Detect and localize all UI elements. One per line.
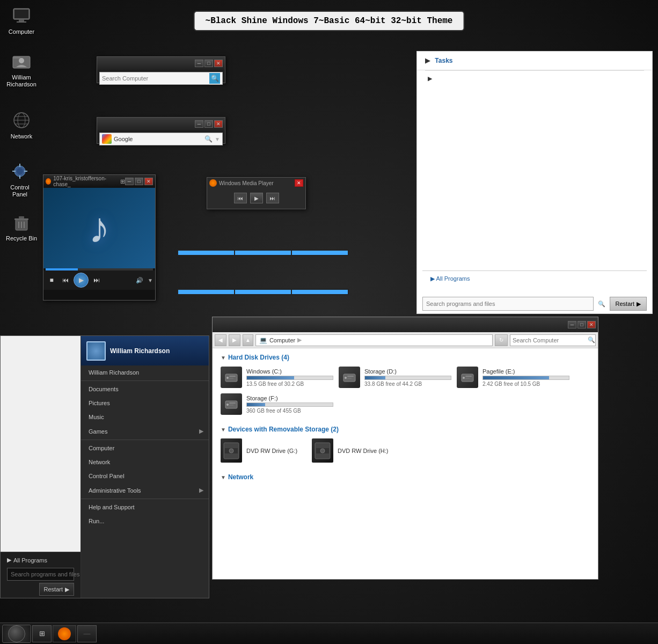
refresh-button[interactable]: ↻ <box>495 334 508 346</box>
drive-storage-d[interactable]: Storage (D:) 33.8 GB free of 44.2 GB <box>339 367 451 388</box>
dvd-g-name: DVD RW Drive (G:) <box>246 448 297 454</box>
computer-search-input[interactable] <box>513 337 587 343</box>
panel-search-bar: 🔍 Restart ▶ <box>422 297 647 311</box>
start-item-run-label: Run... <box>89 518 104 524</box>
desktop-icon-computer[interactable]: Computer <box>3 3 40 38</box>
search-computer-input[interactable] <box>102 75 209 82</box>
google-maximize-button[interactable]: □ <box>204 120 213 128</box>
network-icon <box>11 109 32 131</box>
start-username: William Richardson <box>110 347 170 355</box>
google-minimize-button[interactable]: ─ <box>195 120 203 128</box>
taskbar-media-button[interactable] <box>53 625 76 642</box>
stop-button[interactable]: ■ <box>46 274 57 286</box>
mp-minimize-button[interactable]: ─ <box>125 178 134 185</box>
google-close-button[interactable]: ✕ <box>214 120 223 128</box>
panel-search-input[interactable] <box>422 297 594 311</box>
start-item-run[interactable]: Run... <box>81 514 209 528</box>
google-dropdown-icon[interactable]: ▼ <box>215 136 220 142</box>
start-button[interactable] <box>2 625 31 643</box>
dvd-h-item[interactable]: DVD RW Drive (H:) <box>312 438 398 463</box>
minimize-button[interactable]: ─ <box>195 60 203 67</box>
desktop-icon-network[interactable]: Network <box>3 107 40 142</box>
google-controls: ─ □ ✕ <box>195 120 223 128</box>
maximize-button[interactable]: □ <box>204 60 213 67</box>
taskbar-desktop-button[interactable]: ⊞ <box>32 625 52 642</box>
drive-d-icon <box>339 367 360 388</box>
play-pause-button[interactable]: ▶ <box>74 273 89 288</box>
computer-search-icon: 🔍 <box>588 336 595 343</box>
hdd-collapse-icon[interactable]: ▼ <box>221 355 226 361</box>
start-divider-2 <box>81 440 209 440</box>
mp-maximize-button[interactable]: □ <box>135 178 143 185</box>
tasks-item-arrow-icon: ▶ <box>428 75 432 82</box>
wmp-mini-close-button[interactable]: ✕ <box>295 179 303 187</box>
computer-maximize-button[interactable]: □ <box>577 321 586 328</box>
sm-bottom-bar: Restart ▶ <box>5 583 76 596</box>
drive-e-size: 2.42 GB free of 10.5 GB <box>482 381 569 387</box>
network-collapse-icon[interactable]: ▼ <box>221 474 226 480</box>
media-artwork: ♪ <box>43 188 155 268</box>
wmp-mini-prev-button[interactable]: ⏮ <box>234 193 247 203</box>
sm-search-input[interactable] <box>8 571 88 577</box>
nav-forward-button[interactable]: ▶ <box>229 334 240 346</box>
start-item-network[interactable]: Network <box>81 455 209 469</box>
mp-close-button[interactable]: ✕ <box>144 178 153 185</box>
drive-storage-f[interactable]: Storage (F:) 360 GB free of 455 GB <box>221 393 333 415</box>
media-progress-bar[interactable] <box>46 268 153 270</box>
windows-orb-icon <box>8 625 25 642</box>
next-button[interactable]: ⏭ <box>91 274 103 286</box>
svg-point-42 <box>229 449 233 453</box>
google-search-input[interactable] <box>114 136 202 142</box>
desktop-icon-recycle-bin[interactable]: Recycle Bin <box>3 209 40 244</box>
start-menu-right-header: William Richardson <box>81 336 209 365</box>
wmp-mini-title-text: Windows Media Player <box>219 180 293 186</box>
drive-d-bar <box>364 376 451 380</box>
media-player-mini-window: Windows Media Player ✕ ⏮ ▶ ⏭ <box>207 177 306 209</box>
start-item-control-panel[interactable]: Control Panel <box>81 469 209 483</box>
start-item-music[interactable]: Music <box>81 410 209 424</box>
svg-rect-31 <box>347 378 352 379</box>
drive-f-icon <box>221 393 242 415</box>
search-computer-button[interactable]: 🔍 <box>209 73 220 84</box>
all-programs-link[interactable]: ▶ All Programs <box>422 270 647 287</box>
nav-up-button[interactable]: ▲ <box>243 334 253 346</box>
start-item-computer[interactable]: Computer <box>81 441 209 455</box>
start-item-william[interactable]: William Richardson <box>81 365 209 379</box>
drive-c-fill <box>247 376 294 379</box>
drive-pagefile-e[interactable]: Pagefile (E:) 2.42 GB free of 10.5 GB <box>457 367 569 388</box>
computer-close-button[interactable]: ✕ <box>587 321 596 328</box>
start-item-help[interactable]: Help and Support <box>81 500 209 514</box>
volume-arrow-icon[interactable]: ▼ <box>148 277 153 283</box>
desktop-icon-william[interactable]: WilliamRichardson <box>3 48 40 90</box>
svg-rect-2 <box>19 19 24 21</box>
start-item-documents[interactable]: Documents <box>81 382 209 396</box>
sm-restart-button[interactable]: Restart ▶ <box>39 583 74 596</box>
dvd-g-icon <box>221 438 242 463</box>
media-player-titlebar: 107-kris_kristofferson-chase_ ⊞ ─ □ ✕ <box>43 175 155 188</box>
close-button[interactable]: ✕ <box>214 60 223 67</box>
drive-windows-c[interactable]: Windows (C:) 13.5 GB free of 30.2 GB <box>221 367 333 388</box>
removable-collapse-icon[interactable]: ▼ <box>221 427 226 433</box>
start-item-william-label: William Richardson <box>89 369 139 376</box>
dvd-g-item[interactable]: DVD RW Drive (G:) <box>221 438 306 463</box>
network-label: Network <box>228 473 253 481</box>
all-programs-sm[interactable]: ▶ All Programs <box>5 554 76 566</box>
address-bar[interactable]: 💻 Computer ▶ <box>255 334 493 346</box>
wmp-mini-play-button[interactable]: ▶ <box>250 193 263 203</box>
svg-point-25 <box>226 377 229 379</box>
start-item-pictures[interactable]: Pictures <box>81 396 209 410</box>
volume-button[interactable]: 🔊 <box>134 274 145 286</box>
desktop-icon-control-panel[interactable]: Control Panel <box>1 158 39 200</box>
start-item-games[interactable]: Games ▶ <box>81 424 209 438</box>
hard-disk-drives-grid: Windows (C:) 13.5 GB free of 30.2 GB <box>221 367 590 415</box>
taskbar-unknown-button[interactable]: — <box>77 625 97 642</box>
svg-point-6 <box>19 58 24 63</box>
computer-minimize-button[interactable]: ─ <box>568 321 576 328</box>
folder-user-icon <box>11 50 32 72</box>
nav-back-button[interactable]: ◀ <box>215 334 226 346</box>
wmp-mini-next-button[interactable]: ⏭ <box>266 193 279 203</box>
prev-button[interactable]: ⏮ <box>60 274 71 286</box>
wmp-icon <box>46 178 51 185</box>
panel-restart-button[interactable]: Restart ▶ <box>610 297 647 311</box>
start-item-admin-tools[interactable]: Administrative Tools ▶ <box>81 483 209 497</box>
